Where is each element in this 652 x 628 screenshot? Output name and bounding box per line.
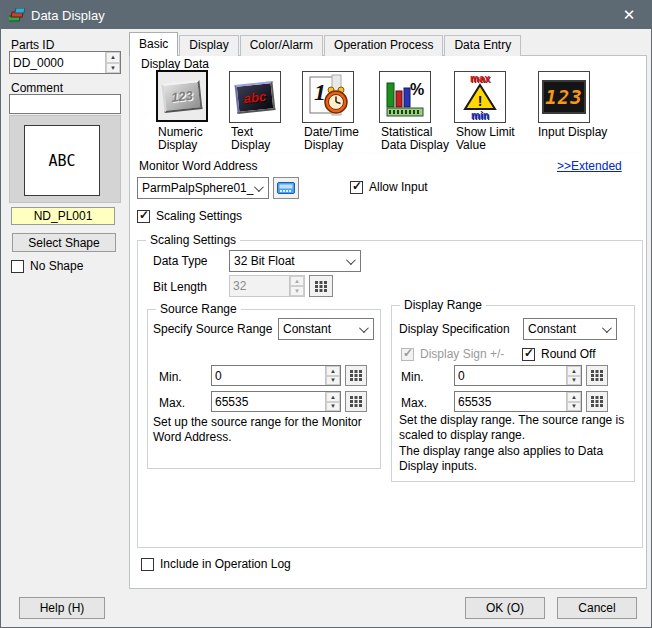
section-separator — [136, 152, 642, 153]
scaling-settings-checkbox[interactable]: Scaling Settings — [137, 209, 242, 223]
chevron-down-icon — [359, 323, 369, 333]
no-shape-checkbox[interactable]: No Shape — [11, 259, 83, 273]
spin-up-icon: ▲ — [567, 392, 581, 402]
warning-triangle-icon: ! — [462, 83, 498, 111]
statistical-display-label: Statistical Data Display — [381, 126, 459, 152]
tab-basic[interactable]: Basic — [129, 32, 178, 56]
source-max-stepper[interactable]: ▲▼ — [325, 392, 340, 411]
bar-chart-icon: % — [383, 75, 427, 119]
parts-id-value: DD_0000 — [13, 56, 105, 70]
display-max-stepper[interactable]: ▲▼ — [566, 392, 581, 411]
extended-link[interactable]: >>Extended — [557, 159, 622, 173]
specify-source-range-label: Specify Source Range — [153, 322, 272, 336]
datetime-display-label: Date/Time Display — [304, 126, 368, 152]
comment-input[interactable] — [9, 94, 121, 114]
source-min-label: Min. — [159, 370, 182, 384]
no-shape-label: No Shape — [30, 259, 83, 273]
display-specification-select[interactable]: Constant — [523, 318, 617, 340]
operation-log-label: Include in Operation Log — [160, 557, 291, 571]
keypad-grid-icon — [315, 281, 327, 292]
source-max-keypad-button[interactable] — [345, 391, 367, 412]
show-limit-value-icon[interactable]: max ! min — [454, 71, 506, 123]
input-display-label: Input Display — [538, 126, 628, 139]
limit-icon-stack: max ! min — [462, 74, 498, 120]
show-limit-value-label: Show Limit Value — [456, 126, 526, 152]
source-max-label: Max. — [159, 396, 185, 410]
ok-button[interactable]: OK (O) — [465, 597, 545, 619]
source-min-value: 0 — [215, 369, 325, 383]
display-sign-checkbox: Display Sign +/- — [401, 347, 504, 361]
checkbox-box — [11, 260, 24, 273]
source-min-keypad-button[interactable] — [345, 365, 367, 386]
help-button[interactable]: Help (H) — [19, 597, 105, 619]
spin-down-icon: ▼ — [290, 286, 304, 296]
bit-length-stepper: ▲▼ — [289, 276, 304, 296]
keypad-grid-icon — [350, 370, 362, 381]
close-icon[interactable]: ✕ — [615, 6, 643, 24]
display-range-group-title: Display Range — [400, 298, 486, 312]
select-shape-button[interactable]: Select Shape — [12, 233, 116, 252]
checkbox-box — [350, 181, 363, 194]
display-max-value: 65535 — [458, 395, 566, 409]
display-specification-label: Display Specification — [399, 322, 510, 336]
datetime-display-icon[interactable]: 1 — [302, 71, 354, 123]
display-min-input[interactable]: 0 ▲▼ — [454, 365, 582, 386]
cancel-button[interactable]: Cancel — [557, 597, 637, 619]
text-display-icon[interactable]: abc — [229, 71, 281, 123]
parts-id-stepper[interactable]: ▲▼ — [105, 52, 120, 73]
allow-input-checkbox[interactable]: Allow Input — [350, 180, 428, 194]
specify-source-range-select[interactable]: Constant — [278, 318, 374, 340]
display-max-label: Max. — [401, 396, 427, 410]
display-min-keypad-button[interactable] — [586, 365, 608, 386]
address-keypad-button[interactable] — [273, 177, 299, 199]
parts-id-input[interactable]: DD_0000 ▲▼ — [9, 51, 121, 74]
tab-color-alarm[interactable]: Color/Alarm — [240, 35, 323, 56]
spin-down-icon: ▼ — [326, 402, 340, 412]
monitor-word-address-combo[interactable]: ParmPalpSphere01_Min — [137, 177, 269, 199]
round-off-checkbox[interactable]: Round Off — [522, 347, 595, 361]
bit-length-input: 32 ▲▼ — [229, 275, 305, 297]
spin-down-icon: ▼ — [326, 376, 340, 386]
spin-up-icon: ▲ — [106, 52, 120, 63]
numeric-display-label: Numeric Display — [158, 126, 220, 152]
source-max-value: 65535 — [215, 395, 325, 409]
comment-label: Comment — [11, 81, 63, 95]
spin-up-icon: ▲ — [567, 366, 581, 376]
statistical-display-icon[interactable]: % — [379, 71, 431, 123]
svg-text:1: 1 — [314, 79, 326, 105]
source-min-input[interactable]: 0 ▲▼ — [211, 365, 341, 386]
numeric-display-icon[interactable]: 123 — [156, 70, 208, 122]
display-max-input[interactable]: 65535 ▲▼ — [454, 391, 582, 412]
spin-down-icon: ▼ — [567, 376, 581, 386]
spin-up-icon: ▲ — [290, 276, 304, 286]
checkbox-box — [522, 348, 535, 361]
display-min-stepper[interactable]: ▲▼ — [566, 366, 581, 385]
input-display-icon[interactable]: 123 — [538, 71, 590, 123]
source-max-input[interactable]: 65535 ▲▼ — [211, 391, 341, 412]
keyboard-icon — [277, 182, 295, 194]
keypad-grid-icon — [591, 396, 603, 407]
tab-operation-process[interactable]: Operation Process — [324, 35, 443, 56]
limit-max-glyph: max — [470, 74, 490, 83]
data-type-select[interactable]: 32 Bit Float — [229, 250, 361, 272]
tab-data-entry[interactable]: Data Entry — [444, 35, 521, 56]
tab-strip: Basic Display Color/Alarm Operation Proc… — [129, 32, 522, 56]
monitor-word-address-label: Monitor Word Address — [139, 159, 258, 173]
display-sign-label: Display Sign +/- — [420, 347, 504, 361]
checkbox-box — [137, 210, 150, 223]
data-type-label: Data Type — [153, 254, 207, 268]
app-icon — [9, 8, 25, 22]
chevron-down-icon — [346, 255, 356, 265]
display-min-value: 0 — [458, 369, 566, 383]
spin-down-icon: ▼ — [567, 402, 581, 412]
bit-length-keypad-button[interactable] — [309, 275, 333, 297]
source-min-stepper[interactable]: ▲▼ — [325, 366, 340, 385]
parts-id-label: Parts ID — [11, 38, 54, 52]
tab-display[interactable]: Display — [179, 35, 238, 56]
svg-text:!: ! — [478, 93, 483, 109]
operation-log-checkbox[interactable]: Include in Operation Log — [141, 557, 291, 571]
data-display-dialog: Data Display ✕ Parts ID DD_0000 ▲▼ Comme… — [0, 0, 652, 628]
shape-preview-glyph: ABC — [24, 125, 100, 196]
display-range-description-1: Set the display range. The source range … — [399, 413, 631, 443]
display-max-keypad-button[interactable] — [586, 391, 608, 412]
